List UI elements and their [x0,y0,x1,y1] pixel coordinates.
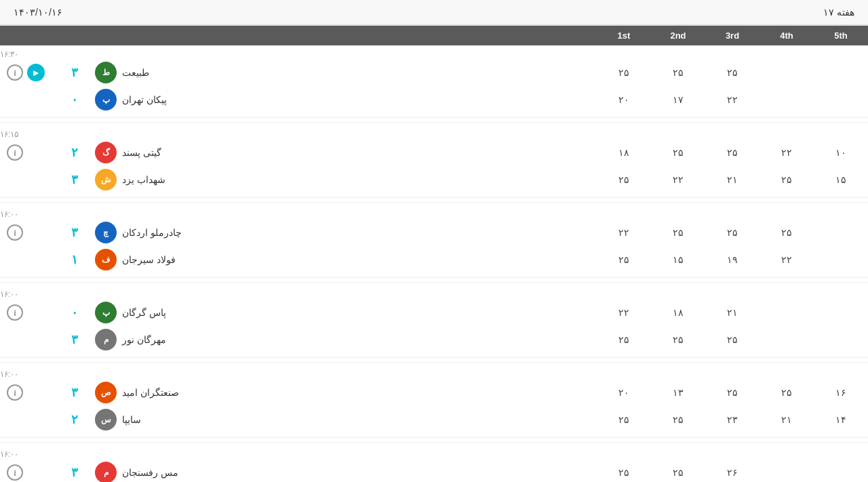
set-5-1-0: ۱۰ [814,147,868,158]
set-1-1-1: ۲۵ [597,174,651,185]
date-label: ۱۴۰۳/۱۰/۱۶ [14,7,62,18]
team-name-cell-4-0: صنعتگران امیدص [95,382,597,403]
team-score-2-1: ۱ [54,252,95,267]
set-4-4-0: ۲۵ [760,387,814,398]
actions-cell-5-0: i [0,464,54,481]
team-score-1-0: ۲ [54,145,95,160]
page-header: هفته ۱۷ ۱۴۰۳/۱۰/۱۶ [0,0,868,26]
team-name-cell-0-0: طبیعتط [95,62,597,83]
team-logo-2-1: ف [95,249,117,270]
set-3-0-0: ۲۵ [705,67,760,78]
match-block-5: ۱۶:۰۰i۳مس رفسنجانم۲۵۲۵۲۶۰سپهرصدرا مشهدس۲… [0,445,868,482]
set-2-5-0: ۲۵ [651,467,705,478]
col-team-header [95,31,597,41]
match-time-0: ۱۶:۳۰ [0,45,868,59]
team-score-0-1: ۰ [54,92,95,107]
team-logo-3-1: م [95,329,117,350]
team-name-label-0-1: پیکان تهران [122,94,167,105]
col-4th-header: 4th [760,31,814,41]
team-name-label-0-0: طبیعت [122,67,149,78]
match-block-3: ۱۶:۰۰i۰پاس گرگانپ۲۲۱۸۲۱۳مهرگان نورم۲۵۲۵۲… [0,285,868,363]
team-logo-2-0: چ [95,222,117,243]
team-name-cell-3-1: مهرگان نورم [95,329,597,350]
team-row-1-1: ۳شهداب یزدش۲۵۲۲۲۱۲۵۱۵ [0,166,868,193]
team-score-1-1: ۳ [54,172,95,187]
team-score-3-0: ۰ [54,305,95,320]
set-3-0-1: ۲۲ [705,94,760,105]
actions-cell-4-0: i [0,384,54,401]
set-2-1-1: ۲۲ [651,174,705,185]
team-name-label-2-1: فولاد سیرجان [122,254,176,265]
info-button-3[interactable]: i [7,304,23,321]
info-button-1[interactable]: i [7,144,23,161]
set-4-2-0: ۲۵ [760,227,814,238]
set-1-3-0: ۲۲ [597,307,651,318]
set-3-4-0: ۲۵ [705,387,760,398]
actions-cell-1-0: i [0,144,54,161]
set-4-4-1: ۲۱ [760,414,814,425]
team-name-cell-5-0: مس رفسنجانم [95,462,597,482]
col-actions-header [0,31,54,41]
team-score-5-0: ۳ [54,465,95,480]
team-name-cell-4-1: سایپاس [95,409,597,430]
team-name-label-3-1: مهرگان نور [122,334,166,345]
team-name-cell-0-1: پیکان تهرانپ [95,89,597,111]
team-name-label-1-1: شهداب یزد [122,174,165,185]
team-row-1-0: i۲گیتی پسندگ۱۸۲۵۲۵۲۲۱۰ [0,139,868,166]
team-score-0-0: ۳ [54,65,95,80]
team-logo-0-1: پ [95,89,117,111]
info-button-0[interactable]: i [7,64,23,81]
set-1-1-0: ۱۸ [597,147,651,158]
team-score-4-0: ۳ [54,385,95,400]
team-row-3-0: i۰پاس گرگانپ۲۲۱۸۲۱ [0,299,868,326]
set-2-3-1: ۲۵ [651,334,705,345]
matches-container: ۱۶:۳۰i▶۳طبیعتط۲۵۲۵۲۵۰پیکان تهرانپ۲۰۱۷۲۲۱… [0,45,868,482]
set-4-1-0: ۲۲ [760,147,814,158]
set-1-3-1: ۲۵ [597,334,651,345]
match-time-3: ۱۶:۰۰ [0,285,868,299]
info-button-2[interactable]: i [7,224,23,241]
team-name-label-4-1: سایپا [122,414,141,425]
match-block-2: ۱۶:۰۰i۳چادرملو اردکانچ۲۲۲۵۲۵۲۵۱فولاد سیر… [0,205,868,283]
team-name-label-5-0: مس رفسنجان [122,467,178,478]
team-logo-4-0: ص [95,382,117,403]
set-4-2-1: ۲۲ [760,254,814,265]
set-3-3-0: ۲۱ [705,307,760,318]
match-time-5: ۱۶:۰۰ [0,445,868,459]
set-5-4-1: ۱۴ [814,414,868,425]
set-3-3-1: ۲۵ [705,334,760,345]
info-button-5[interactable]: i [7,464,23,481]
set-4-1-1: ۲۵ [760,174,814,185]
set-2-0-1: ۱۷ [651,94,705,105]
team-row-3-1: ۳مهرگان نورم۲۵۲۵۲۵ [0,326,868,353]
play-button-0[interactable]: ▶ [27,64,45,81]
set-2-3-0: ۱۸ [651,307,705,318]
team-row-0-1: ۰پیکان تهرانپ۲۰۱۷۲۲ [0,86,868,113]
col-2nd-header: 2nd [651,31,705,41]
set-2-4-1: ۲۵ [651,414,705,425]
team-row-4-0: i۳صنعتگران امیدص۲۰۱۳۲۵۲۵۱۶ [0,379,868,406]
set-1-0-0: ۲۵ [597,67,651,78]
set-1-5-0: ۲۵ [597,467,651,478]
team-name-cell-3-0: پاس گرگانپ [95,302,597,323]
team-score-3-1: ۳ [54,332,95,347]
match-block-0: ۱۶:۳۰i▶۳طبیعتط۲۵۲۵۲۵۰پیکان تهرانپ۲۰۱۷۲۲ [0,45,868,123]
team-name-label-3-0: پاس گرگان [122,307,166,318]
set-1-4-0: ۲۰ [597,387,651,398]
set-1-4-1: ۲۵ [597,414,651,425]
team-name-cell-2-1: فولاد سیرجانف [95,249,597,270]
team-name-label-4-0: صنعتگران امید [122,387,179,398]
team-logo-1-0: گ [95,142,117,163]
set-2-2-0: ۲۵ [651,227,705,238]
match-time-4: ۱۶:۰۰ [0,365,868,379]
match-time-1: ۱۶:۱۵ [0,125,868,139]
set-3-1-0: ۲۵ [705,147,760,158]
set-3-4-1: ۲۳ [705,414,760,425]
info-button-4[interactable]: i [7,384,23,401]
team-logo-5-0: م [95,462,117,482]
set-5-4-0: ۱۶ [814,387,868,398]
team-score-2-0: ۳ [54,225,95,240]
week-label: هفته ۱۷ [823,7,854,18]
actions-cell-3-0: i [0,304,54,321]
col-5th-header: 5th [814,31,868,41]
